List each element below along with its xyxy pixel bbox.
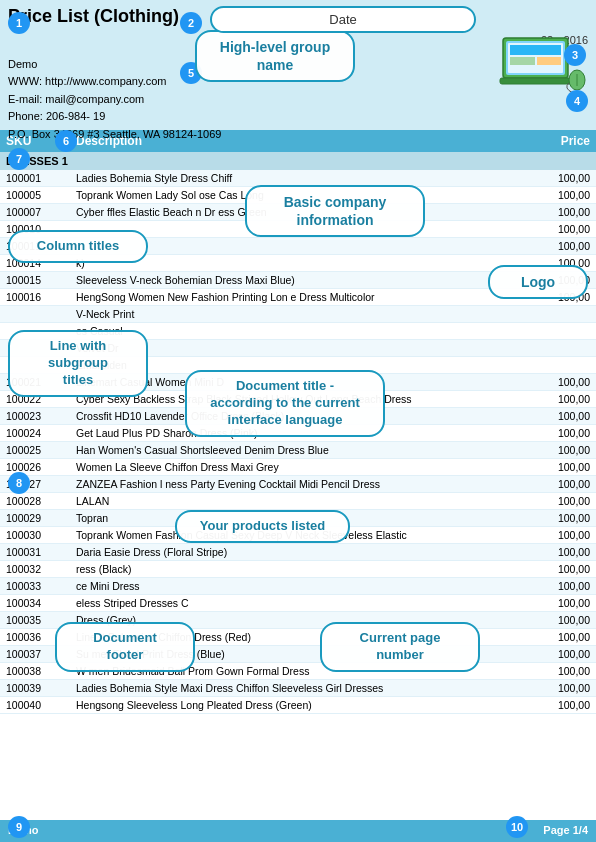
table-row: 100023Crossfit HD10 Lavender Office Dres…	[0, 408, 596, 425]
table-row: 100015Sleeveless V-neck Bohemian Dress M…	[0, 272, 596, 289]
document-footer: Demo Page 1/4	[0, 820, 596, 842]
table-row: 100033 ce Mini Dress100,00	[0, 578, 596, 595]
table-row: 100024Get Laud Plus PD Sharon Dress (Pin…	[0, 425, 596, 442]
table-row: 100026Women La Sleeve Chiffon Dress Maxi…	[0, 459, 596, 476]
table-row: 100038W men Bridesmaid Ball Prom Gown Fo…	[0, 663, 596, 680]
svg-rect-6	[500, 78, 571, 84]
date-box: Date	[210, 6, 476, 33]
table-row: 100021Linemart Casual Women Mini D100,00	[0, 374, 596, 391]
table-row: 100025Han Women's Casual Shortsleeved De…	[0, 442, 596, 459]
table-row: 100037Su mer Floral Print Dress (Blue)10…	[0, 646, 596, 663]
table-row: 100027ZANZEA Fashion l ness Party Evenin…	[0, 476, 596, 493]
table-row: 100011100,00	[0, 238, 596, 255]
table-row: 100032 ress (Black)100,00	[0, 561, 596, 578]
table-row: 100007Cyber ffles Elastic Beach n Dr ess…	[0, 204, 596, 221]
svg-rect-5	[537, 57, 561, 65]
table-row: 100040Hengsong Sleeveless Long Pleated D…	[0, 697, 596, 714]
document-title: Price List (Clothing)	[8, 6, 179, 28]
table-row: 100010100,00	[0, 221, 596, 238]
table-row: 100005Toprank Women Lady Sol ose Cas Lon…	[0, 187, 596, 204]
svg-rect-4	[510, 57, 535, 65]
table-row: 100036Line rt Bohemian Chiffon Dress (Re…	[0, 629, 596, 646]
table-row: 100014 k)100,00	[0, 255, 596, 272]
header: Price List (Clothing) Date 23- -2016 Dem…	[0, 0, 596, 130]
table-row: 100022Cyber Sexy Backless Strap Black St…	[0, 391, 596, 408]
table-row: 100030Toprank Women Fashion Casual Sexy …	[0, 527, 596, 544]
table-row: 100029Topran 100,00	[0, 510, 596, 527]
table-row: Embroiden	[0, 357, 596, 374]
group-header-row: DRESSES 1	[0, 152, 596, 170]
logo	[498, 28, 588, 98]
svg-rect-3	[510, 45, 561, 55]
table-row: V-Neck Print	[0, 306, 596, 323]
table-row: 100028LALAN 100,00	[0, 493, 596, 510]
table-row: 100035 Dress (Grey)100,00	[0, 612, 596, 629]
table-row: 100031Daria Easie Dress (Floral Stripe)1…	[0, 544, 596, 561]
table-row: Velvet Dr	[0, 340, 596, 357]
price-table: SKU Description Price DRESSES 1100001Lad…	[0, 130, 596, 714]
table-row: 100001Ladies Bohemia Style Dress Chiff10…	[0, 170, 596, 187]
table-row: es Casual	[0, 323, 596, 340]
table-row: 100039Ladies Bohemia Style Maxi Dress Ch…	[0, 680, 596, 697]
table-row: 100016HengSong Women New Fashion Printin…	[0, 289, 596, 306]
footer-right: Page 1/4	[543, 824, 588, 838]
footer-left: Demo	[8, 824, 39, 838]
table-row: 100034 eless Striped Dresses C100,00	[0, 595, 596, 612]
